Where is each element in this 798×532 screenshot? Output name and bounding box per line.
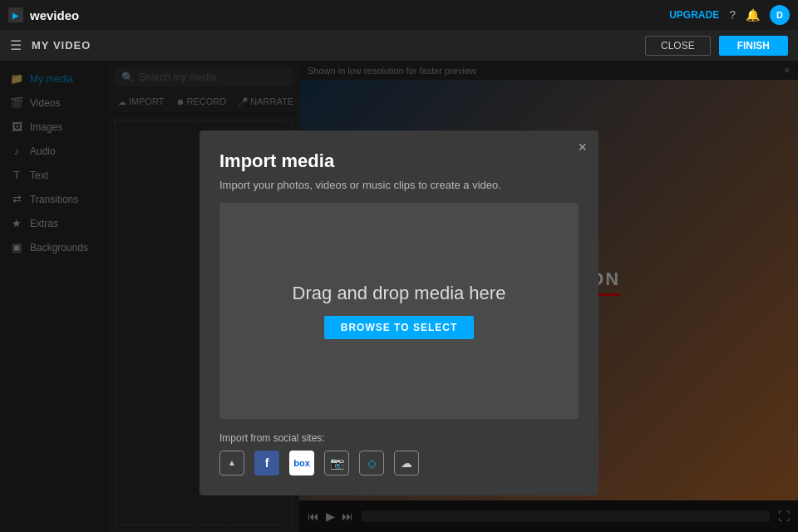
social-label: Import from social sites:	[219, 432, 579, 444]
help-icon[interactable]: ?	[729, 8, 736, 22]
google-drive-icon[interactable]: ▲	[219, 451, 244, 475]
main-area: 📁 My media 🎬 Videos 🖼 Images ♪ Audio T T…	[0, 62, 798, 532]
logo-play-icon	[8, 7, 23, 22]
second-bar: ☰ MY VIDEO CLOSE FINISH	[0, 30, 798, 62]
second-bar-left: ☰ MY VIDEO	[10, 37, 91, 53]
avatar[interactable]: D	[770, 5, 790, 25]
cloud-icon[interactable]: ☁	[394, 451, 419, 475]
upgrade-button[interactable]: UPGRADE	[669, 9, 719, 21]
top-bar: wevideo UPGRADE ? 🔔 D	[0, 0, 798, 30]
drop-zone[interactable]: Drag and drop media here BROWSE TO SELEC…	[219, 203, 579, 419]
project-name: MY VIDEO	[32, 39, 91, 52]
modal-title: Import media	[219, 150, 579, 172]
close-button[interactable]: CLOSE	[645, 36, 711, 56]
social-section: Import from social sites: ▲ f box 📷 ◇ ☁	[219, 432, 579, 475]
top-bar-left: wevideo	[8, 7, 79, 22]
notification-icon[interactable]: 🔔	[746, 8, 760, 22]
browse-button[interactable]: BROWSE TO SELECT	[324, 316, 474, 339]
instagram-icon[interactable]: 📷	[324, 451, 349, 475]
top-bar-right: UPGRADE ? 🔔 D	[669, 5, 790, 25]
app-logo: wevideo	[30, 8, 79, 22]
second-bar-right: CLOSE FINISH	[645, 36, 788, 56]
finish-button[interactable]: FINISH	[719, 36, 788, 56]
hamburger-icon[interactable]: ☰	[10, 37, 22, 53]
modal-overlay: × Import media Import your photos, video…	[0, 62, 798, 532]
social-icons: ▲ f box 📷 ◇ ☁	[219, 451, 579, 475]
facebook-icon[interactable]: f	[254, 451, 279, 475]
drop-text: Drag and drop media here	[293, 283, 506, 304]
dropbox-icon[interactable]: ◇	[359, 451, 384, 475]
modal-subtitle: Import your photos, videos or music clip…	[219, 179, 579, 191]
modal-close-button[interactable]: ×	[578, 139, 587, 156]
box-icon[interactable]: box	[289, 451, 314, 475]
import-modal: × Import media Import your photos, video…	[200, 131, 598, 495]
